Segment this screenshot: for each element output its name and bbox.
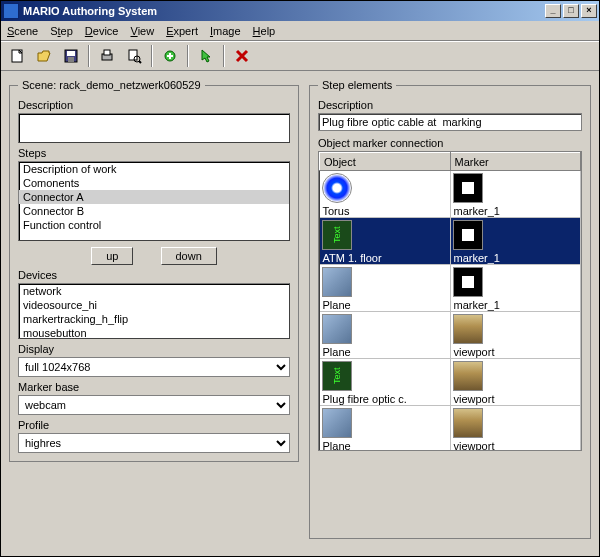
list-item[interactable]: Function control xyxy=(19,218,289,232)
menu-help[interactable]: Help xyxy=(253,25,276,37)
omc-table: Object Marker Torusmarker_1TextATM 1. fl… xyxy=(318,151,582,451)
save-icon[interactable] xyxy=(59,44,83,68)
plane-icon xyxy=(322,314,352,344)
table-row[interactable]: Torusmarker_1 xyxy=(320,171,581,218)
pointer-icon[interactable] xyxy=(194,44,218,68)
steps-list[interactable]: Description of work Comonents Connector … xyxy=(18,161,290,241)
marker-icon xyxy=(453,220,483,250)
col-object[interactable]: Object xyxy=(320,153,451,171)
viewport-icon xyxy=(453,408,483,438)
profile-label: Profile xyxy=(18,419,290,431)
list-item[interactable]: Comonents xyxy=(19,176,289,190)
text-icon: Text xyxy=(322,361,352,391)
scene-fieldset: Scene: rack_demo_netzwerk060529 Descript… xyxy=(9,79,299,462)
add-icon[interactable] xyxy=(158,44,182,68)
down-button[interactable]: down xyxy=(161,247,217,265)
table-row[interactable]: Planemarker_1 xyxy=(320,265,581,312)
minimize-button[interactable]: _ xyxy=(545,4,561,18)
svg-rect-5 xyxy=(104,50,110,55)
list-item[interactable]: Connector B xyxy=(19,204,289,218)
list-item[interactable]: videosource_hi xyxy=(19,298,289,312)
marker-name: marker_1 xyxy=(451,299,581,311)
delete-icon[interactable] xyxy=(230,44,254,68)
open-icon[interactable] xyxy=(32,44,56,68)
viewport-icon xyxy=(453,361,483,391)
profile-select[interactable]: highres xyxy=(18,433,290,453)
object-name: Plane xyxy=(320,346,450,358)
scene-legend: Scene: rack_demo_netzwerk060529 xyxy=(18,79,205,91)
close-button[interactable]: × xyxy=(581,4,597,18)
toolbar-separator xyxy=(88,45,90,67)
preview-icon[interactable] xyxy=(122,44,146,68)
toolbar-separator xyxy=(223,45,225,67)
markerbase-select[interactable]: webcam xyxy=(18,395,290,415)
list-item[interactable]: network xyxy=(19,284,289,298)
step-fieldset: Step elements Description Object marker … xyxy=(309,79,591,539)
object-name: Torus xyxy=(320,205,450,217)
marker-name: viewport xyxy=(451,393,581,405)
menu-step[interactable]: Step xyxy=(50,25,73,37)
table-row[interactable]: Planeviewport xyxy=(320,406,581,452)
marker-name: viewport xyxy=(451,346,581,358)
object-name: Plane xyxy=(320,440,450,451)
step-desc-input[interactable] xyxy=(318,113,582,131)
menu-device[interactable]: Device xyxy=(85,25,119,37)
menu-expert[interactable]: Expert xyxy=(166,25,198,37)
object-name: ATM 1. floor xyxy=(320,252,450,264)
step-legend: Step elements xyxy=(318,79,396,91)
plane-icon xyxy=(322,408,352,438)
menu-view[interactable]: View xyxy=(131,25,155,37)
maximize-button[interactable]: □ xyxy=(563,4,579,18)
scene-desc-label: Description xyxy=(18,99,290,111)
svg-rect-6 xyxy=(129,50,137,60)
menubar: Scene Step Device View Expert Image Help xyxy=(1,21,599,41)
list-item[interactable]: Description of work xyxy=(19,162,289,176)
list-item[interactable]: markertracking_h_flip xyxy=(19,312,289,326)
omc-label: Object marker connection xyxy=(318,137,582,149)
plane-icon xyxy=(322,267,352,297)
print-icon[interactable] xyxy=(95,44,119,68)
menu-image[interactable]: Image xyxy=(210,25,241,37)
scene-desc-input[interactable] xyxy=(18,113,290,143)
window-title: MARIO Authoring System xyxy=(23,5,545,17)
toolbar xyxy=(1,41,599,71)
up-button[interactable]: up xyxy=(91,247,133,265)
marker-icon xyxy=(453,267,483,297)
marker-name: viewport xyxy=(451,440,581,451)
table-row[interactable]: TextATM 1. floormarker_1 xyxy=(320,218,581,265)
marker-name: marker_1 xyxy=(451,252,581,264)
text-icon: Text xyxy=(322,220,352,250)
devices-label: Devices xyxy=(18,269,290,281)
new-icon[interactable] xyxy=(5,44,29,68)
titlebar: MARIO Authoring System _ □ × xyxy=(1,1,599,21)
table-row[interactable]: Planeviewport xyxy=(320,312,581,359)
viewport-icon xyxy=(453,314,483,344)
display-select[interactable]: full 1024x768 xyxy=(18,357,290,377)
menu-scene[interactable]: Scene xyxy=(7,25,38,37)
list-item[interactable]: mousebutton xyxy=(19,326,289,339)
display-label: Display xyxy=(18,343,290,355)
object-name: Plug fibre optic c. xyxy=(320,393,450,405)
object-name: Plane xyxy=(320,299,450,311)
app-icon xyxy=(3,3,19,19)
list-item[interactable]: Connector A xyxy=(19,190,289,204)
devices-list[interactable]: network videosource_hi markertracking_h_… xyxy=(18,283,290,339)
marker-name: marker_1 xyxy=(451,205,581,217)
svg-line-8 xyxy=(139,61,141,63)
markerbase-label: Marker base xyxy=(18,381,290,393)
steps-label: Steps xyxy=(18,147,290,159)
toolbar-separator xyxy=(187,45,189,67)
step-desc-label: Description xyxy=(318,99,582,111)
marker-icon xyxy=(453,173,483,203)
svg-rect-3 xyxy=(68,57,74,62)
toolbar-separator xyxy=(151,45,153,67)
svg-rect-2 xyxy=(67,51,75,56)
torus-icon xyxy=(322,173,352,203)
col-marker[interactable]: Marker xyxy=(450,153,581,171)
table-row[interactable]: TextPlug fibre optic c.viewport xyxy=(320,359,581,406)
